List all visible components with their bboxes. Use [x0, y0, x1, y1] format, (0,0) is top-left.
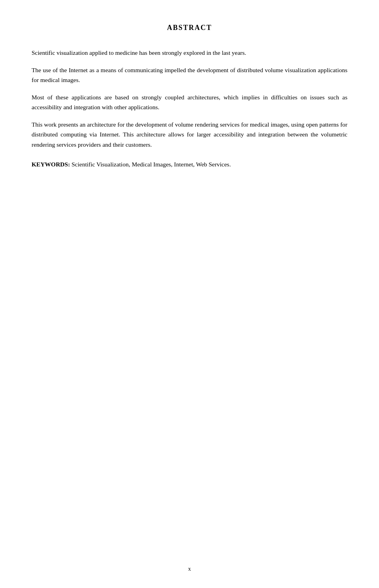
keywords-text: Scientific Visualization, Medical Images…	[70, 161, 231, 168]
paragraph-4: This work presents an architecture for t…	[32, 119, 347, 150]
paragraph-1: Scientific visualization applied to medi…	[32, 48, 347, 58]
page-number: x	[188, 566, 191, 572]
abstract-body: Scientific visualization applied to medi…	[32, 48, 347, 169]
page: ABSTRACT Scientific visualization applie…	[0, 0, 379, 588]
keywords: KEYWORDS: Scientific Visualization, Medi…	[32, 159, 347, 170]
paragraph-2: The use of the Internet as a means of co…	[32, 65, 347, 85]
keywords-label: KEYWORDS:	[32, 161, 70, 168]
paragraph-3: Most of these applications are based on …	[32, 92, 347, 112]
page-title: ABSTRACT	[32, 24, 347, 32]
